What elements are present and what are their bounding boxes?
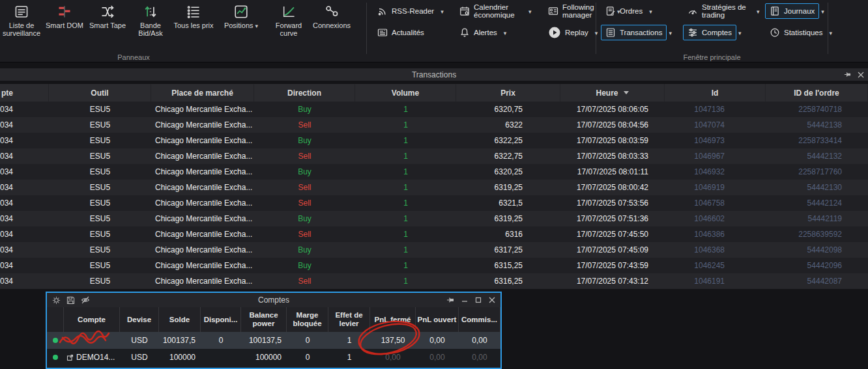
column-header[interactable]: PnL ouvert [416,307,459,332]
column-header[interactable]: Effet de levier [328,307,370,332]
chevron-down-icon[interactable] [504,28,507,37]
toolbar-item-rss-reader[interactable]: RSS-Reader [373,3,450,20]
toolbar-item-statistics[interactable]: Statistiques [765,24,842,41]
table-cell: 6320,75 [456,102,560,117]
account-row[interactable]: USD100137,50100137,501137,500,000,00 [47,332,500,349]
panel-settings-icon[interactable] [52,296,61,305]
save-icon[interactable] [66,296,75,305]
column-header[interactable]: ID de l'ordre [766,84,868,102]
toolbar-item-bid-ask[interactable]: Bande Bid/Ask [129,0,172,37]
statistics-icon [770,27,780,38]
column-header[interactable]: Disponi... [201,307,241,332]
chevron-down-icon[interactable] [595,28,598,37]
table-cell: Buy [254,242,355,258]
chevron-down-icon[interactable] [528,7,532,16]
maximize-icon[interactable] [475,297,482,303]
account-status-dot [53,338,58,343]
toolbar-item-journals[interactable]: Journaux [765,3,842,20]
toolbar-item-accounts[interactable]: Comptes [683,24,760,41]
column-header[interactable]: Balance power [241,307,287,332]
column-header[interactable]: pte [0,84,49,102]
column-header[interactable]: Id [665,84,766,102]
accounts-window[interactable]: Comptes CompteDeviseSoldeDisponi...Balan… [46,292,502,369]
table-cell: Chicago Mercantile Excha... [151,226,254,242]
toolbar-item-alerts[interactable]: Alertes [455,24,538,41]
pin-icon[interactable] [844,71,851,78]
toolbar-item-trading-strategies[interactable]: Stratégies de trading [683,3,760,20]
bell-icon [459,27,470,38]
toolbar-item-watchlist[interactable]: Liste de surveillance [0,0,43,37]
toolbar-item-positions[interactable]: Positions [215,0,267,37]
table-cell: 17/07/2025 08:01:11 [560,164,665,180]
column-header[interactable]: Solde [159,307,201,332]
column-header[interactable]: Marge bloquée [287,307,328,332]
close-icon[interactable] [858,72,864,78]
chevron-down-icon[interactable] [649,7,652,16]
transaction-row[interactable]: 034ESU5Chicago Mercantile Excha...Sell16… [0,180,868,195]
column-header[interactable]: Commis... [459,307,500,332]
table-cell: Chicago Mercantile Excha... [151,211,254,226]
table-cell: 034 [0,226,49,242]
chevron-down-icon[interactable] [829,28,832,37]
toolbar-item-label: Tous les prix [173,21,213,29]
transaction-row[interactable]: 034ESU5Chicago Mercantile Excha...Buy163… [0,164,868,180]
table-cell: 2258717760 [766,164,868,180]
table-cell: 0 [287,349,328,366]
toolbar-item-all-prices[interactable]: Tous les prix [172,0,215,37]
toolbar-item-connections[interactable]: Connexions [310,0,353,37]
table-cell: 0,00 [416,332,459,349]
column-header[interactable]: Compte [64,307,120,332]
toolbar-item-smart-tape[interactable]: Smart Tape [86,0,129,37]
toolbar-item-orders[interactable]: Ordres [601,3,678,20]
column-header[interactable]: PnL fermé [370,307,416,332]
bid-ask-icon [143,3,158,20]
toolbar-item-transactions[interactable]: Transactions [601,24,678,41]
column-header[interactable]: Prix [456,84,560,102]
strategies-icon [687,6,698,16]
table-cell: ESU5 [49,211,151,226]
column-header[interactable]: Place de marché [151,84,254,102]
chevron-down-icon[interactable] [441,7,444,16]
column-header[interactable]: Heure [560,84,665,102]
table-cell: 0,00 [416,349,459,366]
transaction-row[interactable]: 034ESU5Chicago Mercantile Excha...Sell16… [0,226,868,242]
toolbar-item-forward-curve[interactable]: Forward curve [267,0,310,37]
transaction-row[interactable]: 034ESU5Chicago Mercantile Excha...Buy163… [0,133,868,148]
toolbar-item-news[interactable]: Actualités [373,24,450,41]
toolbar-item-smart-dom[interactable]: Smart DOM [43,0,86,37]
hide-columns-icon[interactable] [81,295,90,305]
table-cell: 6320,25 [456,164,560,180]
account-name: DEMO14... [76,353,115,362]
chevron-down-icon[interactable] [738,28,742,37]
chevron-down-icon[interactable] [757,7,760,16]
table-cell: 1046245 [665,258,766,273]
table-cell: 1046973 [665,133,766,148]
close-icon[interactable] [489,297,495,303]
table-cell: 1046967 [665,148,766,164]
pin-icon[interactable] [446,296,454,304]
table-cell: ESU5 [49,148,151,164]
account-row[interactable]: DEMO14...USD100000100000010,000,000,00 [47,349,500,366]
transaction-row[interactable]: 034ESU5Chicago Mercantile Excha...Buy163… [0,242,868,258]
table-cell: 1 [328,332,370,349]
transaction-row[interactable]: 034ESU5Chicago Mercantile Excha...Buy163… [0,102,868,117]
transaction-row[interactable]: 034ESU5Chicago Mercantile Excha...Sell16… [0,117,868,133]
column-header[interactable]: Outil [49,84,151,102]
column-header[interactable]: Devise [120,307,159,332]
table-cell: ESU5 [49,258,151,273]
table-cell: 54442138 [766,117,868,133]
minimize-icon[interactable] [461,297,468,303]
chevron-down-icon[interactable] [821,7,824,16]
toolbar-item-economic-calendar[interactable]: Calendrier économique [455,3,538,20]
column-header[interactable]: Direction [254,84,355,102]
chevron-down-icon[interactable] [669,28,672,37]
transaction-row[interactable]: 034ESU5Chicago Mercantile Excha...Buy163… [0,211,868,226]
transaction-row[interactable]: 034ESU5Chicago Mercantile Excha...Buy163… [0,258,868,273]
transaction-row[interactable]: 034ESU5Chicago Mercantile Excha...Sell16… [0,273,868,289]
transaction-row[interactable]: 034ESU5Chicago Mercantile Excha...Sell16… [0,148,868,164]
column-header[interactable] [47,307,64,332]
column-header[interactable]: Volume [355,84,456,102]
table-cell: 034 [0,258,49,273]
table-cell: ESU5 [49,180,151,195]
transaction-row[interactable]: 034ESU5Chicago Mercantile Excha...Sell16… [0,195,868,211]
